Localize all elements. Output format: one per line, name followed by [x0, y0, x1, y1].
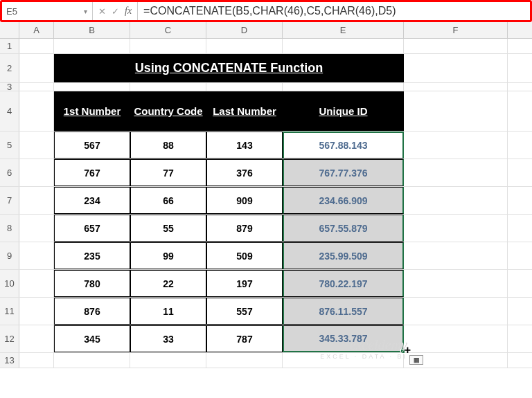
cell[interactable]: 33	[130, 325, 206, 352]
cell[interactable]: 99	[130, 242, 206, 269]
cell[interactable]	[130, 39, 206, 53]
col-header-d[interactable]: D	[206, 22, 283, 38]
cell[interactable]: 780.22.197	[283, 270, 404, 297]
col-header-b[interactable]: B	[54, 22, 130, 38]
row-header-8[interactable]: 8	[0, 215, 19, 242]
cell[interactable]	[206, 353, 283, 368]
cell[interactable]: 876	[54, 298, 130, 325]
cell[interactable]: 909	[206, 187, 283, 214]
cell[interactable]: 235.99.509	[283, 242, 404, 269]
cell[interactable]: 780	[54, 270, 130, 297]
cell[interactable]	[404, 83, 508, 91]
cell[interactable]: 345	[54, 325, 130, 352]
cell[interactable]	[19, 298, 54, 325]
row-header-11[interactable]: 11	[0, 298, 19, 325]
fx-icon[interactable]: fx	[125, 6, 132, 17]
row-header-4[interactable]: 4	[0, 91, 19, 131]
cell[interactable]	[19, 215, 54, 242]
cell[interactable]	[404, 159, 508, 186]
header-country-code[interactable]: Country Code	[130, 91, 206, 131]
header-unique-id[interactable]: Unique ID	[283, 91, 404, 131]
cell[interactable]	[19, 325, 54, 352]
cell[interactable]: 657	[54, 215, 130, 242]
row-header-9[interactable]: 9	[0, 242, 19, 269]
row-header-13[interactable]: 13	[0, 353, 19, 368]
cell[interactable]	[283, 83, 404, 91]
cell[interactable]	[130, 353, 206, 368]
cell[interactable]	[19, 353, 54, 368]
cell[interactable]: 557	[206, 298, 283, 325]
cell[interactable]: 88	[130, 132, 206, 159]
header-1st-number[interactable]: 1st Number	[54, 91, 130, 131]
cell[interactable]	[206, 39, 283, 53]
cell[interactable]: 197	[206, 270, 283, 297]
cell[interactable]	[19, 159, 54, 186]
name-box[interactable]	[2, 3, 78, 19]
cell[interactable]	[19, 187, 54, 214]
cell[interactable]: 22	[130, 270, 206, 297]
cell[interactable]	[19, 54, 54, 82]
row-header-12[interactable]: 12	[0, 325, 19, 352]
cell[interactable]: 376	[206, 159, 283, 186]
cell[interactable]: 235	[54, 242, 130, 269]
cell[interactable]: 657.55.879	[283, 215, 404, 242]
cell[interactable]	[19, 39, 54, 53]
cell[interactable]	[54, 353, 130, 368]
row-header-2[interactable]: 2	[0, 54, 19, 82]
row-header-7[interactable]: 7	[0, 187, 19, 214]
cell[interactable]: 787	[206, 325, 283, 352]
row-header-1[interactable]: 1	[0, 39, 19, 53]
cell[interactable]: 11	[130, 298, 206, 325]
cell[interactable]	[404, 270, 508, 297]
cell[interactable]	[19, 270, 54, 297]
cell[interactable]: 767.77.376	[283, 159, 404, 186]
row-header-3[interactable]: 3	[0, 83, 19, 91]
cell[interactable]: 879	[206, 215, 283, 242]
cell[interactable]	[54, 39, 130, 53]
row-header-6[interactable]: 6	[0, 159, 19, 186]
select-all-corner[interactable]	[0, 22, 19, 38]
formula-input[interactable]: =CONCATENATE(B5,CHAR(46),C5,CHAR(46),D5)	[138, 2, 530, 20]
cell[interactable]: 767	[54, 159, 130, 186]
cell[interactable]	[54, 83, 130, 91]
cell[interactable]	[19, 83, 54, 91]
cell[interactable]: 66	[130, 187, 206, 214]
cell[interactable]	[404, 132, 508, 159]
cell[interactable]	[19, 91, 54, 131]
title-cell[interactable]: Using CONCATENATE Function	[54, 54, 404, 82]
cell[interactable]	[404, 215, 508, 242]
cell[interactable]	[404, 187, 508, 214]
col-header-f[interactable]: F	[404, 22, 508, 38]
cell[interactable]: 77	[130, 159, 206, 186]
cell[interactable]: 234.66.909	[283, 187, 404, 214]
cell[interactable]	[404, 298, 508, 325]
row-header-5[interactable]: 5	[0, 132, 19, 159]
cell[interactable]	[404, 54, 508, 82]
col-header-a[interactable]: A	[19, 22, 54, 38]
cell[interactable]	[404, 91, 508, 131]
name-box-dropdown[interactable]: ▾	[78, 8, 92, 15]
col-header-e[interactable]: E	[283, 22, 404, 38]
cell[interactable]	[130, 83, 206, 91]
autofill-options-button[interactable]: ▦	[409, 355, 423, 365]
cell[interactable]: 876.11.557	[283, 298, 404, 325]
cell[interactable]	[283, 39, 404, 53]
header-last-number[interactable]: Last Number	[206, 91, 283, 131]
row-header-10[interactable]: 10	[0, 270, 19, 297]
cell[interactable]: 234	[54, 187, 130, 214]
cell[interactable]	[206, 83, 283, 91]
cell[interactable]	[19, 132, 54, 159]
col-header-c[interactable]: C	[130, 22, 206, 38]
cell[interactable]	[283, 353, 404, 368]
cell-e12[interactable]: 345.33.787 + ▦	[283, 325, 404, 352]
cell[interactable]	[19, 242, 54, 269]
cell[interactable]	[404, 242, 508, 269]
cell[interactable]: 509	[206, 242, 283, 269]
cell[interactable]: 567	[54, 132, 130, 159]
cell[interactable]	[404, 39, 508, 53]
cell-e5-active[interactable]: 567.88.143	[283, 132, 404, 159]
cell[interactable]: 55	[130, 215, 206, 242]
cancel-icon[interactable]: ✕	[98, 6, 106, 17]
cell[interactable]: 143	[206, 132, 283, 159]
cell[interactable]	[404, 325, 508, 352]
